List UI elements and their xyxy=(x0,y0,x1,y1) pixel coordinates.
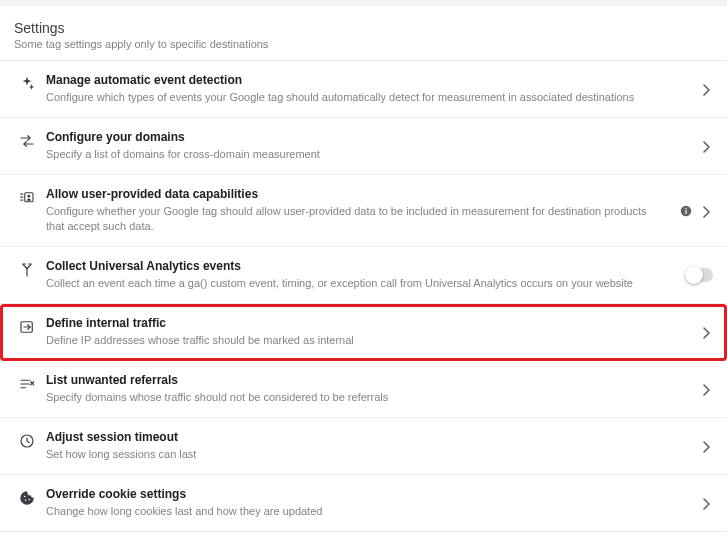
collect-ua-toggle[interactable] xyxy=(685,268,713,282)
settings-row-data-use-google[interactable]: Manage data use across Google services C… xyxy=(0,532,727,545)
settings-row-override-cookie[interactable]: Override cookie settings Change how long… xyxy=(0,475,727,532)
info-icon[interactable] xyxy=(679,204,693,218)
chevron-right-icon xyxy=(703,206,713,216)
clock-icon xyxy=(14,430,40,450)
svg-point-12 xyxy=(29,499,31,501)
svg-point-4 xyxy=(28,195,31,198)
svg-rect-2 xyxy=(20,199,23,200)
row-desc: Change how long cookies last and how the… xyxy=(46,504,653,519)
row-desc: Specify domains whose traffic should not… xyxy=(46,390,653,405)
settings-header: Settings Some tag settings apply only to… xyxy=(0,6,727,61)
chevron-right-icon xyxy=(703,498,713,508)
settings-row-collect-ua-events[interactable]: Collect Universal Analytics events Colle… xyxy=(0,247,727,304)
settings-row-user-provided-data[interactable]: Allow user-provided data capabilities Co… xyxy=(0,175,727,247)
settings-row-manage-auto-events[interactable]: Manage automatic event detection Configu… xyxy=(0,61,727,118)
row-desc: Configure which types of events your Goo… xyxy=(46,90,653,105)
svg-point-11 xyxy=(25,500,27,502)
internal-traffic-icon xyxy=(14,316,40,336)
chevron-right-icon xyxy=(703,441,713,451)
sparkle-icon xyxy=(14,73,40,93)
svg-point-10 xyxy=(24,496,26,498)
chevron-right-icon xyxy=(703,84,713,94)
chevron-right-icon xyxy=(703,141,713,151)
row-desc: Define IP addresses whose traffic should… xyxy=(46,333,653,348)
branch-arrows-icon xyxy=(14,259,40,279)
row-title: List unwanted referrals xyxy=(46,373,653,389)
svg-rect-0 xyxy=(20,193,23,194)
row-title: Configure your domains xyxy=(46,130,653,146)
settings-title: Settings xyxy=(14,20,711,36)
row-title: Collect Universal Analytics events xyxy=(46,259,653,275)
svg-rect-7 xyxy=(685,207,686,208)
settings-subtitle: Some tag settings apply only to specific… xyxy=(14,38,711,50)
swap-arrows-icon xyxy=(14,130,40,150)
row-desc: Configure whether your Google tag should… xyxy=(46,204,653,235)
row-desc: Collect an event each time a ga() custom… xyxy=(46,276,653,291)
settings-row-session-timeout[interactable]: Adjust session timeout Set how long sess… xyxy=(0,418,727,475)
row-title: Allow user-provided data capabilities xyxy=(46,187,653,203)
row-title: Manage automatic event detection xyxy=(46,73,653,89)
row-desc: Set how long sessions can last xyxy=(46,447,653,462)
svg-rect-6 xyxy=(685,209,686,213)
chevron-right-icon xyxy=(703,384,713,394)
settings-row-define-internal-traffic[interactable]: Define internal traffic Define IP addres… xyxy=(0,304,727,361)
filter-list-icon xyxy=(14,373,40,393)
row-title: Define internal traffic xyxy=(46,316,653,332)
row-title: Adjust session timeout xyxy=(46,430,653,446)
settings-row-unwanted-referrals[interactable]: List unwanted referrals Specify domains … xyxy=(0,361,727,418)
user-data-icon xyxy=(14,187,40,207)
settings-row-configure-domains[interactable]: Configure your domains Specify a list of… xyxy=(0,118,727,175)
cookie-icon xyxy=(14,487,40,507)
chevron-right-icon xyxy=(703,327,713,337)
svg-rect-1 xyxy=(20,196,23,197)
row-title: Override cookie settings xyxy=(46,487,653,503)
row-desc: Specify a list of domains for cross-doma… xyxy=(46,147,653,162)
